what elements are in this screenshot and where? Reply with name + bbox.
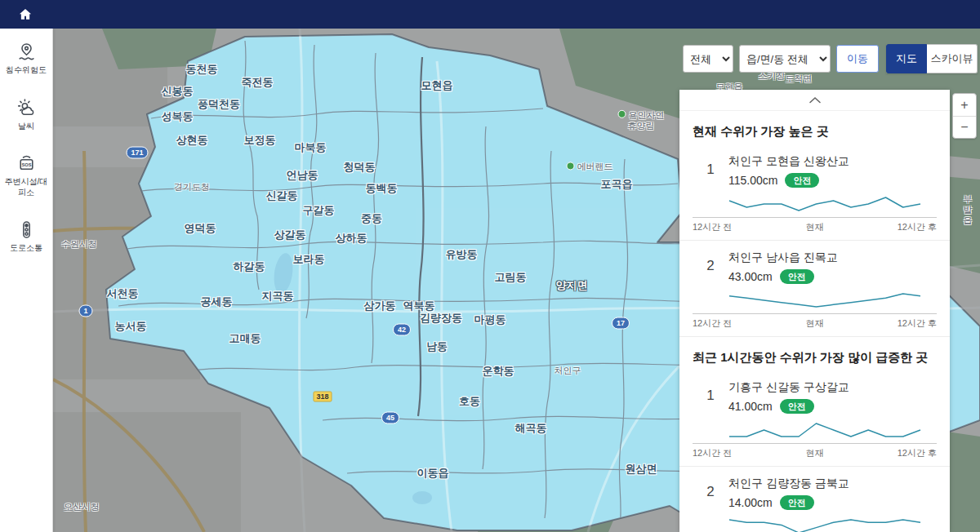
region-select[interactable]: 전체 xyxy=(683,45,733,73)
zoom-out-button[interactable]: − xyxy=(953,116,976,138)
station-item[interactable]: 1 기흥구 신갈동 구상갈교 41.00cm 안전 12시간 전 현재 12시간… xyxy=(679,370,950,467)
home-icon[interactable] xyxy=(17,7,33,23)
zoom-in-button[interactable]: + xyxy=(953,94,976,116)
sidebar-item-facilities[interactable]: SOS 주변시설/대피소 xyxy=(1,153,51,197)
station-item[interactable]: 2 처인구 남사읍 진목교 43.00cm 안전 12시간 전 현재 12시간 … xyxy=(679,241,950,337)
station-status-badge: 안전 xyxy=(785,173,819,188)
station-sparkline-chart xyxy=(728,290,937,311)
station-water-level: 14.00cm xyxy=(728,496,773,509)
move-button[interactable]: 이동 xyxy=(836,45,879,73)
station-item[interactable]: 1 처인구 모현읍 신왕산교 115.00cm 안전 12시간 전 현재 12시… xyxy=(679,144,950,241)
station-list: 1 기흥구 신갈동 구상갈교 41.00cm 안전 12시간 전 현재 12시간… xyxy=(679,370,950,532)
station-name: 처인구 모현읍 신왕산교 xyxy=(728,154,937,169)
section-title: 현재 수위가 가장 높은 곳 xyxy=(679,111,950,144)
station-sparkline-chart xyxy=(728,516,937,532)
weather-icon xyxy=(16,98,37,118)
sparkline-svg xyxy=(728,516,921,532)
station-name: 기흥구 신갈동 구상갈교 xyxy=(728,380,937,395)
section-title: 최근 1시간동안 수위가 가장 많이 급증한 곳 xyxy=(679,337,950,370)
station-water-level: 43.00cm xyxy=(728,270,773,283)
axis-label-left: 12시간 전 xyxy=(693,447,732,459)
view-toggle: 지도 스카이뷰 xyxy=(886,44,978,73)
zoom-control: + − xyxy=(952,93,977,139)
station-status-badge: 안전 xyxy=(780,495,814,510)
station-water-level: 41.00cm xyxy=(728,400,773,413)
sparkline-svg xyxy=(728,193,921,215)
axis-label-right: 12시간 후 xyxy=(898,317,937,330)
axis-label-right: 12시간 후 xyxy=(898,447,937,459)
svg-text:SOS: SOS xyxy=(21,162,31,167)
station-name: 처인구 김량장동 금북교 xyxy=(728,477,937,491)
station-list: 1 처인구 모현읍 신왕산교 115.00cm 안전 12시간 전 현재 12시… xyxy=(679,144,950,337)
station-status-badge: 안전 xyxy=(780,269,814,284)
station-status-badge: 안전 xyxy=(780,399,814,414)
flood-risk-icon xyxy=(16,42,37,62)
station-level-row: 14.00cm 안전 xyxy=(728,495,937,510)
station-level-row: 115.00cm 안전 xyxy=(728,173,937,188)
sparkline-svg xyxy=(728,290,921,311)
station-name: 처인구 남사읍 진목교 xyxy=(728,250,937,265)
station-sparkline-chart xyxy=(728,419,937,441)
station-level-row: 43.00cm 안전 xyxy=(728,269,937,284)
sidebar-item-weather[interactable]: 날씨 xyxy=(1,98,51,132)
axis-label-left: 12시간 전 xyxy=(693,221,732,233)
panel-collapse-button[interactable] xyxy=(679,90,950,111)
dong-select[interactable]: 읍/면/동 전체 xyxy=(739,45,831,73)
station-chart-axis: 12시간 전 현재 12시간 후 xyxy=(693,217,937,233)
station-chart-axis: 12시간 전 현재 12시간 후 xyxy=(693,313,937,330)
axis-label-center: 현재 xyxy=(806,447,824,459)
map-view-button[interactable]: 지도 xyxy=(886,44,927,73)
axis-label-left: 12시간 전 xyxy=(693,317,732,330)
traffic-icon xyxy=(16,219,37,240)
panel-section-rising: 최근 1시간동안 수위가 가장 많이 급증한 곳 1 기흥구 신갈동 구상갈교 … xyxy=(679,337,950,532)
sos-shelter-icon: SOS xyxy=(16,153,37,174)
sidebar-item-flood-risk[interactable]: 침수위험도 xyxy=(1,42,51,76)
sidebar-item-label: 주변시설/대피소 xyxy=(1,177,51,197)
sidebar: 침수위험도 날씨 SOS 주변시설/대피소 도로소통 xyxy=(0,29,53,532)
station-rank: 1 xyxy=(693,154,728,188)
axis-label-center: 현재 xyxy=(806,317,824,330)
station-chart-axis: 12시간 전 현재 12시간 후 xyxy=(693,443,937,459)
station-rank: 1 xyxy=(693,380,728,414)
station-sparkline-chart xyxy=(728,193,937,215)
sidebar-item-traffic[interactable]: 도로소통 xyxy=(1,219,51,254)
station-rank: 2 xyxy=(693,477,728,510)
station-level-row: 41.00cm 안전 xyxy=(728,399,937,414)
station-water-level: 115.00cm xyxy=(728,174,777,187)
map-search-controls: 전체 읍/면/동 전체 이동 xyxy=(683,45,879,73)
axis-label-right: 12시간 후 xyxy=(898,221,937,233)
water-level-panel: 현재 수위가 가장 높은 곳 1 처인구 모현읍 신왕산교 115.00cm 안… xyxy=(679,90,950,532)
station-item[interactable]: 2 처인구 김량장동 금북교 14.00cm 안전 12시간 전 현재 12시간… xyxy=(679,467,950,532)
panel-section-highest: 현재 수위가 가장 높은 곳 1 처인구 모현읍 신왕산교 115.00cm 안… xyxy=(679,111,950,337)
skyview-button[interactable]: 스카이뷰 xyxy=(927,44,978,73)
chevron-up-icon xyxy=(808,96,822,104)
sidebar-item-label: 날씨 xyxy=(16,122,36,132)
sidebar-item-label: 침수위험도 xyxy=(4,65,48,76)
axis-label-center: 현재 xyxy=(806,221,824,233)
sidebar-item-label: 도로소통 xyxy=(8,243,44,254)
top-navbar xyxy=(0,0,980,29)
station-rank: 2 xyxy=(693,250,728,284)
sparkline-svg xyxy=(728,419,921,441)
